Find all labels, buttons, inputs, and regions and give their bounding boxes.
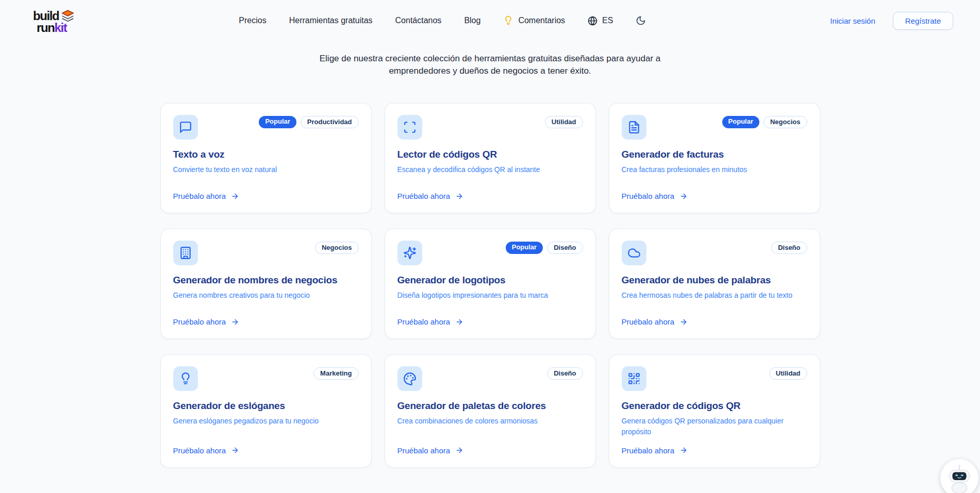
badge-category: Negocios	[763, 116, 807, 128]
try-now-link[interactable]: Pruébalo ahora	[173, 437, 359, 455]
tool-title: Lector de códigos QR	[397, 149, 583, 160]
tools-grid: Popular Productividad Texto a voz Convie…	[160, 103, 820, 468]
auth-actions: Iniciar sesión Regístrate	[830, 12, 953, 30]
tool-card-logotipos: Popular Diseño Generador de logotipos Di…	[385, 229, 596, 339]
sparkles-icon	[397, 241, 422, 265]
tool-description: Convierte tu texto en voz natural	[173, 164, 359, 175]
login-link[interactable]: Iniciar sesión	[830, 16, 875, 25]
tool-card-facturas: Popular Negocios Generador de facturas C…	[609, 103, 820, 213]
try-now-link[interactable]: Pruébalo ahora	[622, 182, 807, 200]
tool-title: Generador de facturas	[622, 149, 807, 160]
tool-card-nombres-negocios: Negocios Generador de nombres de negocio…	[160, 229, 372, 339]
file-text-icon	[622, 115, 646, 140]
arrow-right-icon	[231, 446, 239, 454]
tool-card-nubes-palabras: Diseño Generador de nubes de palabras Cr…	[609, 229, 820, 339]
nav-item-precios[interactable]: Precios	[239, 16, 266, 25]
page-subtitle: Elige de nuestra creciente colección de …	[310, 53, 671, 77]
tool-description: Crea combinaciones de colores armoniosas	[397, 416, 583, 426]
tool-card-lector-qr: Utilidad Lector de códigos QR Escanea y …	[385, 103, 596, 213]
try-now-link[interactable]: Pruébalo ahora	[397, 437, 583, 455]
badge-popular: Popular	[506, 242, 543, 254]
message-square-icon	[173, 115, 198, 140]
lightbulb-icon	[503, 15, 513, 26]
try-now-link[interactable]: Pruébalo ahora	[622, 308, 807, 326]
badge-category: Utilidad	[769, 367, 807, 380]
qr-code-icon	[622, 366, 646, 391]
tool-description: Genera eslóganes pegadizos para tu negoc…	[173, 416, 359, 426]
badge-category: Diseño	[547, 242, 583, 254]
lightbulb-icon	[173, 366, 198, 391]
badge-popular: Popular	[259, 116, 296, 128]
tool-description: Escanea y decodifica códigos QR al insta…	[397, 164, 583, 175]
tool-title: Generador de paletas de colores	[397, 400, 583, 412]
nav-item-herramientas-gratuitas[interactable]: Herramientas gratuitas	[289, 16, 373, 25]
tool-title: Generador de nubes de palabras	[622, 275, 807, 286]
robot-icon	[943, 462, 975, 493]
tool-title: Generador de eslóganes	[173, 400, 359, 412]
arrow-right-icon	[455, 318, 463, 326]
try-now-label: Pruébalo ahora	[173, 192, 226, 200]
arrow-right-icon	[231, 318, 239, 326]
top-nav: build runkit Precios Herramientas gratui…	[0, 0, 980, 39]
brand-word-run: run	[37, 21, 54, 35]
building-icon	[173, 241, 198, 265]
try-now-label: Pruébalo ahora	[622, 317, 675, 326]
tool-card-texto-a-voz: Popular Productividad Texto a voz Convie…	[160, 103, 372, 213]
tool-card-esloganes: Marketing Generador de eslóganes Genera …	[160, 354, 372, 468]
badge-category: Negocios	[315, 242, 359, 254]
arrow-right-icon	[679, 318, 688, 326]
tool-description: Crea hermosas nubes de palabras a partir…	[622, 290, 807, 300]
badge-category: Utilidad	[545, 116, 583, 128]
tool-title: Texto a voz	[173, 149, 359, 160]
badge-category: Productividad	[301, 116, 359, 128]
feedback-link[interactable]: Comentarios	[503, 15, 565, 26]
arrow-right-icon	[455, 446, 463, 454]
brand-word-build: build	[33, 11, 59, 21]
chatbot-launcher[interactable]	[940, 459, 978, 493]
try-now-label: Pruébalo ahora	[622, 446, 675, 455]
globe-icon	[588, 16, 597, 26]
try-now-label: Pruébalo ahora	[622, 192, 675, 200]
arrow-right-icon	[455, 192, 463, 200]
theme-toggle-button[interactable]	[636, 15, 646, 26]
arrow-right-icon	[231, 192, 239, 200]
nav-item-contactanos[interactable]: Contáctanos	[395, 16, 442, 25]
feedback-label: Comentarios	[518, 16, 565, 25]
try-now-label: Pruébalo ahora	[397, 192, 451, 200]
nav-item-blog[interactable]: Blog	[464, 16, 480, 25]
tool-description: Genera nombres creativos para tu negocio	[173, 290, 359, 300]
tool-description: Crea facturas profesionales en minutos	[622, 164, 807, 175]
language-code: ES	[602, 16, 613, 25]
try-now-label: Pruébalo ahora	[173, 446, 226, 455]
tool-card-paletas-colores: Diseño Generador de paletas de colores C…	[385, 354, 596, 468]
badge-category: Marketing	[313, 367, 358, 380]
tool-title: Generador de logotipos	[397, 275, 583, 286]
signup-button[interactable]: Regístrate	[893, 12, 953, 30]
try-now-label: Pruébalo ahora	[397, 446, 451, 455]
brand-logo[interactable]: build runkit	[33, 9, 75, 32]
tool-description: Genera códigos QR personalizados para cu…	[622, 416, 807, 437]
cloud-icon	[622, 241, 646, 265]
try-now-link[interactable]: Pruébalo ahora	[622, 437, 807, 455]
scan-icon	[397, 115, 422, 140]
arrow-right-icon	[679, 192, 688, 200]
try-now-link[interactable]: Pruébalo ahora	[173, 308, 359, 326]
try-now-link[interactable]: Pruébalo ahora	[397, 308, 583, 326]
badge-popular: Popular	[722, 116, 759, 128]
badge-category: Diseño	[771, 242, 807, 254]
try-now-label: Pruébalo ahora	[397, 317, 451, 326]
language-selector[interactable]: ES	[588, 16, 613, 26]
try-now-label: Pruébalo ahora	[173, 317, 226, 326]
brand-word-kit: kit	[54, 21, 67, 35]
try-now-link[interactable]: Pruébalo ahora	[397, 182, 583, 200]
tool-title: Generador de códigos QR	[622, 400, 807, 412]
tool-card-generador-qr: Utilidad Generador de códigos QR Genera …	[609, 354, 820, 468]
try-now-link[interactable]: Pruébalo ahora	[173, 182, 359, 200]
palette-icon	[397, 366, 422, 391]
arrow-right-icon	[679, 446, 688, 454]
main-nav: Precios Herramientas gratuitas Contáctan…	[239, 15, 646, 26]
badge-category: Diseño	[547, 367, 583, 380]
tool-title: Generador de nombres de negocios	[173, 275, 359, 286]
tool-description: Diseña logotipos impresionantes para tu …	[397, 290, 583, 300]
moon-icon	[636, 15, 646, 26]
